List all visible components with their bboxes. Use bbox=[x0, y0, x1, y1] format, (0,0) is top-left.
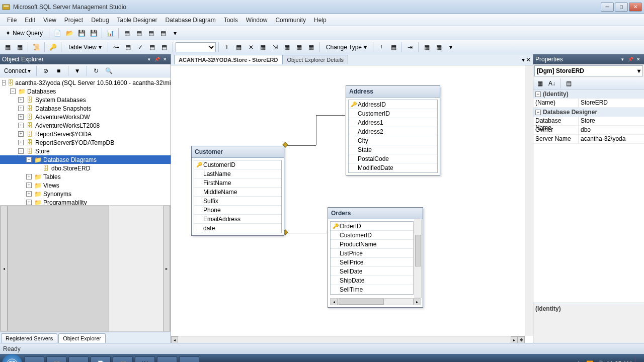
registered-servers-tab[interactable]: Registered Servers bbox=[1, 333, 57, 343]
expander-icon[interactable]: − bbox=[18, 148, 24, 154]
close-button[interactable]: ✕ bbox=[629, 3, 642, 12]
expander-icon[interactable]: + bbox=[26, 191, 32, 197]
column-suffix[interactable]: Suffix bbox=[194, 197, 281, 206]
category-identity[interactable]: −(Identity) bbox=[533, 89, 644, 99]
sql-icon[interactable]: ! bbox=[376, 42, 387, 53]
scroll-right-icon[interactable]: ▸ bbox=[163, 206, 170, 331]
table-address[interactable]: Address 🔑AddressIDCustomerIDAddress1Addr… bbox=[346, 85, 440, 175]
activity-monitor-icon[interactable]: 📊 bbox=[105, 28, 116, 39]
new-text-annotation-icon[interactable]: T bbox=[221, 42, 232, 53]
menu-view[interactable]: View bbox=[39, 15, 60, 25]
expander-icon[interactable]: − bbox=[26, 157, 32, 162]
arrange-selection-icon[interactable]: ▦ bbox=[282, 42, 293, 53]
zoom-to-fit-icon[interactable]: ▦ bbox=[306, 42, 317, 53]
expander-icon[interactable]: + bbox=[26, 174, 32, 179]
remove-from-diagram-icon[interactable]: ▦ bbox=[258, 42, 269, 53]
table-view-dropdown[interactable]: Table View ▾ bbox=[64, 42, 105, 53]
generate-change-script-icon[interactable]: 📜 bbox=[31, 42, 42, 53]
new-table-icon[interactable]: ▦ bbox=[2, 42, 13, 53]
active-files-dropdown-icon[interactable]: ▾ bbox=[522, 56, 525, 63]
menu-file[interactable]: File bbox=[3, 15, 21, 25]
tree-views[interactable]: +📁Views bbox=[0, 181, 171, 190]
scroll-left-icon[interactable]: ◂ bbox=[331, 299, 338, 305]
panel-pin-icon[interactable]: 📌 bbox=[627, 56, 634, 63]
template-explorer-icon[interactable]: ▤ bbox=[145, 28, 156, 39]
properties-window-icon[interactable]: ▤ bbox=[157, 28, 169, 39]
taskbar-explorer-icon[interactable]: 📁 bbox=[46, 356, 66, 362]
column-selldate[interactable]: SellDate bbox=[331, 267, 413, 276]
expander-icon[interactable]: + bbox=[18, 114, 24, 120]
column-productname[interactable]: ProductName bbox=[331, 240, 413, 249]
db-engine-query-icon[interactable]: 📄 bbox=[52, 28, 63, 39]
column-lastname[interactable]: LastName bbox=[194, 169, 281, 178]
menu-edit[interactable]: Edit bbox=[21, 15, 39, 25]
stop-icon[interactable]: ■ bbox=[53, 65, 64, 76]
verify-sql-icon[interactable]: ▦ bbox=[388, 42, 399, 53]
expander-icon[interactable]: − bbox=[2, 80, 6, 85]
expander-icon[interactable]: − bbox=[10, 88, 16, 94]
view-page-breaks-icon[interactable]: ▦ bbox=[433, 42, 444, 53]
column-orderid[interactable]: 🔑OrderID bbox=[331, 222, 413, 231]
category-database-designer[interactable]: −Database Designer bbox=[533, 108, 644, 117]
registered-servers-icon[interactable]: ▤ bbox=[121, 28, 132, 39]
expander-icon[interactable]: + bbox=[26, 200, 32, 205]
taskbar-explorer2-icon[interactable]: 📁 bbox=[113, 356, 133, 362]
object-explorer-icon[interactable]: ▤ bbox=[133, 28, 144, 39]
column-selltime[interactable]: SellTime bbox=[331, 285, 413, 294]
menu-table-designer[interactable]: Table Designer bbox=[113, 15, 162, 25]
new-query-button[interactable]: ✦ New Query bbox=[2, 28, 46, 39]
categorized-icon[interactable]: ▦ bbox=[534, 78, 545, 89]
menu-debug[interactable]: Debug bbox=[87, 15, 113, 25]
column-sellprice[interactable]: SellPrice bbox=[331, 258, 413, 267]
table-vertical-scrollbar[interactable] bbox=[415, 219, 422, 298]
expander-icon[interactable]: + bbox=[18, 123, 24, 128]
column-customerid[interactable]: CustomerID bbox=[331, 231, 413, 240]
column-middlename[interactable]: MiddleName bbox=[194, 188, 281, 197]
menu-help[interactable]: Help bbox=[310, 15, 331, 25]
object-explorer-tab[interactable]: Object Explorer bbox=[58, 333, 106, 343]
taskbar-camtasia-icon[interactable]: ● bbox=[157, 356, 177, 362]
horizontal-scrollbar[interactable]: ◂ ▸ bbox=[0, 205, 171, 332]
tree-db-system-databases[interactable]: +🗄System Databases bbox=[0, 96, 171, 104]
column-addressid[interactable]: 🔑AddressID bbox=[349, 100, 437, 109]
change-type-dropdown[interactable]: Change Type ▾ bbox=[323, 42, 370, 53]
indent-icon[interactable]: ⇥ bbox=[405, 42, 416, 53]
menu-community[interactable]: Community bbox=[271, 15, 310, 25]
tree-db-reportserver-yodatempdb[interactable]: +🗄ReportServer$YODATempDB bbox=[0, 138, 171, 147]
relationships-icon[interactable]: ⊶ bbox=[111, 42, 122, 53]
properties-object-selector[interactable]: [Dgm] StoreERD ▾ bbox=[534, 65, 643, 76]
column-customerid[interactable]: 🔑CustomerID bbox=[194, 160, 281, 169]
connect-dropdown[interactable]: Connect ▾ bbox=[2, 66, 33, 75]
menu-window[interactable]: Window bbox=[242, 15, 272, 25]
tree-db-adventureworksdw[interactable]: +🗄AdventureWorksDW bbox=[0, 113, 171, 121]
diagram-tab[interactable]: ACANTHA-32\YODA.Store - StoreERD bbox=[174, 55, 282, 64]
add-table-icon[interactable]: ▦ bbox=[14, 42, 25, 53]
diagram-canvas[interactable]: Customer 🔑CustomerIDLastNameFirstNameMid… bbox=[171, 65, 533, 343]
column-firstname[interactable]: FirstName bbox=[194, 178, 281, 188]
start-button[interactable] bbox=[2, 354, 22, 362]
expander-icon[interactable]: + bbox=[18, 106, 24, 111]
zoom-dropdown[interactable] bbox=[176, 42, 216, 52]
fulltext-index-icon[interactable]: ▤ bbox=[147, 42, 158, 53]
disconnect-icon[interactable]: ⊘ bbox=[40, 65, 51, 76]
column-modifieddate[interactable]: ModifiedDate bbox=[349, 163, 437, 172]
check-constraints-icon[interactable]: ✓ bbox=[135, 42, 146, 53]
taskbar-ssms-icon[interactable]: ▦ bbox=[179, 356, 199, 362]
taskbar-media-icon[interactable]: ▶ bbox=[68, 356, 89, 362]
xml-index-icon[interactable]: ▤ bbox=[159, 42, 170, 53]
panel-close-icon[interactable]: ✕ bbox=[635, 56, 642, 63]
column-emailaddress[interactable]: EmailAddress bbox=[194, 215, 281, 224]
toolbar-options-icon[interactable]: ▾ bbox=[170, 28, 181, 39]
tree-diagram-storeerd[interactable]: 🗄dbo.StoreERD bbox=[0, 164, 171, 172]
toolbar-options-icon[interactable]: ▾ bbox=[445, 42, 456, 53]
scroll-left-icon[interactable]: ◂ bbox=[1, 206, 8, 331]
menu-database-diagram[interactable]: Database Diagram bbox=[162, 15, 220, 25]
tree-server-root[interactable]: −🗄acantha-32\yoda (SQL Server 10.50.1600… bbox=[0, 78, 171, 87]
table-horizontal-scrollbar[interactable]: ◂ ▸ bbox=[330, 298, 421, 305]
object-explorer-details-tab[interactable]: Object Explorer Details bbox=[282, 55, 348, 64]
tree-db-database-snapshots[interactable]: +🗄Database Snapshots bbox=[0, 104, 171, 113]
menu-tools[interactable]: Tools bbox=[220, 15, 242, 25]
canvas-vertical-scrollbar[interactable] bbox=[525, 65, 533, 336]
column-postalcode[interactable]: PostalCode bbox=[349, 154, 437, 163]
show-desktop-button[interactable] bbox=[635, 356, 639, 362]
